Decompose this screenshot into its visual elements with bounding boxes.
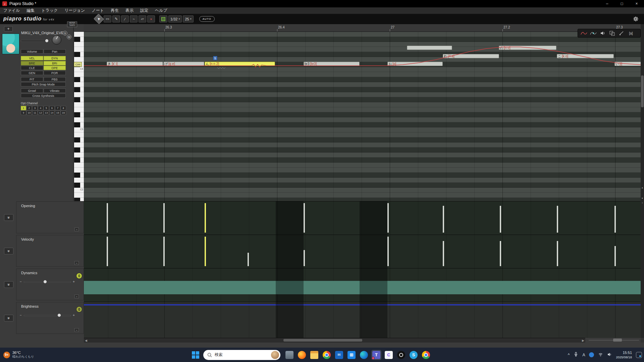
note-length-select[interactable]: 1/32▾ [168, 15, 182, 22]
opt-channel-1[interactable]: 1 [21, 106, 26, 110]
select-tool-icon[interactable]: ▭ [104, 15, 111, 22]
store-icon[interactable]: ⊞ [347, 351, 356, 359]
velocity-bar[interactable] [557, 241, 558, 266]
piano-key-row[interactable] [74, 198, 84, 201]
menu-item-1[interactable]: 編集 [23, 7, 38, 14]
piano-key-row[interactable] [74, 57, 84, 62]
auto-button[interactable]: AUTO [199, 16, 215, 22]
teams-icon-slot[interactable]: T [371, 350, 381, 360]
volume-slider-handle[interactable] [45, 39, 49, 43]
piano-key-row[interactable] [74, 183, 84, 188]
vertical-scrollbar-handle[interactable] [641, 75, 644, 107]
mail-icon[interactable]: ✉ [335, 351, 343, 359]
scroll-right-icon[interactable]: ▶ [582, 339, 584, 342]
track-btn-ope[interactable]: OPE [44, 66, 66, 70]
opening-bar[interactable] [443, 206, 444, 233]
opt-channel-16[interactable]: 16 [61, 111, 66, 115]
skype-icon[interactable]: S [410, 351, 418, 359]
solo-button[interactable]: S [63, 31, 67, 36]
start-button[interactable] [192, 351, 199, 359]
piano-key-row[interactable] [74, 173, 84, 178]
grid-icon[interactable] [159, 15, 167, 22]
scroll-left-icon[interactable]: ◀ [85, 339, 87, 342]
chrome-icon[interactable] [323, 351, 331, 359]
track-btn-growl[interactable]: Growl [21, 88, 43, 93]
pointer-tool-icon[interactable]: ➤ [94, 14, 104, 24]
piano-key-row[interactable]: C2 [74, 188, 84, 193]
store-icon-slot[interactable]: ⊞ [346, 350, 357, 360]
piano-key-row[interactable] [74, 92, 84, 97]
menu-item-2[interactable]: トラック [38, 7, 61, 14]
minimize-button[interactable]: – [600, 0, 614, 7]
opt-channel-6[interactable]: 6 [49, 106, 55, 110]
piano-key-row[interactable] [74, 97, 84, 102]
chrome-profile-icon[interactable] [422, 351, 430, 359]
vzoom-down-icon[interactable]: ▼ [641, 197, 644, 199]
lane-expand-chevron-brightness[interactable]: » [4, 315, 13, 321]
chrome-icon-slot[interactable] [322, 350, 332, 360]
menu-item-8[interactable]: ヘルプ [152, 7, 171, 14]
track-btn-vel[interactable]: VEL [21, 56, 43, 60]
lyric-text-icon[interactable]: [a] [627, 30, 635, 37]
edge-icon[interactable] [360, 351, 368, 359]
delete-tool-icon[interactable]: × [147, 15, 155, 22]
track-btn-cle[interactable]: CLE [21, 66, 43, 70]
piano-key-row[interactable] [74, 163, 84, 168]
timeline-ruler[interactable]: 26.326.42727.227.3 [84, 24, 641, 32]
pencil-tool-icon[interactable]: ✎ [112, 15, 120, 22]
lane-collapse-button[interactable]: − [74, 228, 79, 231]
piano-keyboard[interactable]: C4C3C2 [74, 32, 84, 201]
track-btn-pitch-snap-mode[interactable]: Pitch Snap Mode [21, 82, 66, 86]
piano-key-row[interactable] [74, 107, 84, 112]
opt-channel-8[interactable]: 8 [61, 106, 66, 110]
track-btn-volume[interactable]: Volume [21, 49, 43, 54]
clipchamp-icon-slot[interactable]: C [384, 350, 394, 360]
pitch-line-tool-icon[interactable] [580, 30, 588, 37]
meter-tempo-badge[interactable]: METERTEMPO [67, 21, 77, 27]
menu-item-3[interactable]: リージョン [61, 7, 88, 14]
velocity-bar[interactable] [248, 253, 249, 266]
track-btn-vibrato[interactable]: Vibrato [44, 88, 66, 93]
opt-channel-10[interactable]: 10 [26, 111, 32, 115]
piano-key-row[interactable] [74, 137, 84, 142]
piano-key-row[interactable] [74, 193, 84, 198]
piano-roll[interactable]: き[k' i]げ[g e]ん[n n 2]br3[br3]お[o]れ[4 a]の… [84, 32, 641, 201]
opt-channel-5[interactable]: 5 [44, 106, 49, 110]
opening-bar[interactable] [614, 206, 616, 233]
track-btn-dyn[interactable]: DYN [44, 56, 66, 60]
task-view-icon[interactable] [285, 351, 293, 359]
velocity-bar[interactable] [614, 246, 616, 266]
chatgpt-icon[interactable] [397, 351, 405, 359]
weather-widget[interactable]: 9+ 36°C 晴れのちくもり [3, 351, 34, 359]
lane-slider-handle[interactable] [43, 280, 47, 284]
lane-expand-chevron-velocity[interactable]: » [4, 248, 13, 254]
velocity-bar[interactable] [304, 250, 305, 266]
piano-key-row[interactable] [74, 77, 84, 82]
velocity-bar[interactable] [500, 241, 501, 266]
velocity-bar[interactable] [163, 237, 165, 266]
tray-app-icon[interactable] [589, 352, 594, 357]
opt-channel-13[interactable]: 13 [44, 111, 49, 115]
opt-channel-9[interactable]: 9 [21, 111, 26, 115]
menu-item-4[interactable]: ノート [88, 7, 107, 14]
draw-note-icon[interactable] [618, 30, 626, 37]
piano-key-row[interactable] [74, 122, 84, 127]
piano-key-row[interactable] [74, 132, 84, 137]
maximize-button[interactable]: □ [614, 0, 629, 7]
quantize-select[interactable]: 25▾ [183, 15, 193, 22]
piano-key-row[interactable] [74, 82, 84, 87]
teams-icon[interactable]: T [372, 351, 380, 359]
piano-key-row[interactable] [74, 52, 84, 57]
menu-item-5[interactable]: 再生 [107, 7, 122, 14]
opening-bar[interactable] [557, 206, 558, 233]
firefox-icon[interactable] [298, 351, 306, 359]
track-btn-por[interactable]: POR [44, 71, 66, 75]
track-btn-cross-synthesis[interactable]: Cross Synthesis [21, 94, 66, 98]
piano-key-row[interactable] [74, 112, 84, 117]
speaker-icon[interactable] [599, 30, 607, 37]
lane-slider-plus[interactable]: + [73, 280, 75, 284]
volume-slider[interactable] [21, 38, 52, 44]
opt-channel-12[interactable]: 12 [38, 111, 43, 115]
track-btn-pbs[interactable]: PBS [44, 77, 66, 81]
opening-bar[interactable] [500, 206, 501, 233]
